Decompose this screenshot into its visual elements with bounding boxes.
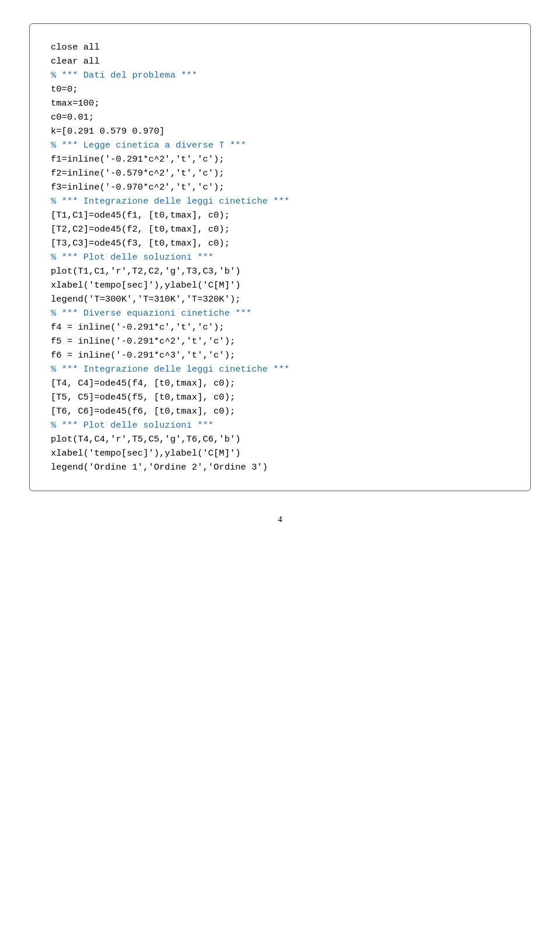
code-line: % *** Dati del problema *** [51,70,197,80]
code-line: plot(T4,C4,'r',T5,C5,'g',T6,C6,'b') [51,434,241,444]
page-number: 4 [278,514,282,524]
code-line: % *** Legge cinetica a diverse T *** [51,140,246,150]
code-line: % *** Diverse equazioni cinetiche *** [51,308,251,318]
code-container: close all clear all % *** Dati del probl… [29,23,531,491]
code-line: f4 = inline('-0.291*c','t','c'); [51,322,225,332]
code-line: f6 = inline('-0.291*c^3','t','c'); [51,350,235,360]
code-line: legend('T=300K','T=310K','T=320K'); [51,294,241,304]
code-line: f3=inline('-0.970*c^2','t','c'); [51,182,225,192]
code-line: [T1,C1]=ode45(f1, [t0,tmax], c0); [51,210,230,220]
code-line: [T5, C5]=ode45(f5, [t0,tmax], c0); [51,392,235,402]
code-line: clear all [51,56,100,66]
code-line: % *** Plot delle soluzioni *** [51,252,214,262]
code-line: f2=inline('-0.579*c^2','t','c'); [51,168,225,178]
code-line: xlabel('tempo[sec]'),ylabel('C[M]') [51,280,241,290]
code-line: xlabel('tempo[sec]'),ylabel('C[M]') [51,448,241,459]
code-line: [T4, C4]=ode45(f4, [t0,tmax], c0); [51,378,235,388]
code-line: [T6, C6]=ode45(f6, [t0,tmax], c0); [51,406,235,416]
code-line: c0=0.01; [51,112,94,123]
code-line: t0=0; [51,84,78,94]
code-line: f5 = inline('-0.291*c^2','t','c'); [51,336,235,346]
code-line: [T3,C3]=ode45(f3, [t0,tmax], c0); [51,238,230,249]
code-line: [T2,C2]=ode45(f2, [t0,tmax], c0); [51,224,230,235]
code-line: % *** Integrazione delle leggi cinetiche… [51,364,289,374]
code-line: % *** Plot delle soluzioni *** [51,420,214,430]
code-line: legend('Ordine 1','Ordine 2','Ordine 3') [51,462,268,473]
code-line: % *** Integrazione delle leggi cinetiche… [51,196,289,206]
code-line: plot(T1,C1,'r',T2,C2,'g',T3,C3,'b') [51,266,241,276]
code-line: close all [51,42,100,52]
code-line: k=[0.291 0.579 0.970] [51,126,164,136]
code-line: f1=inline('-0.291*c^2','t','c'); [51,154,225,164]
code-line: tmax=100; [51,98,100,108]
code-block: close all clear all % *** Dati del probl… [51,40,509,474]
